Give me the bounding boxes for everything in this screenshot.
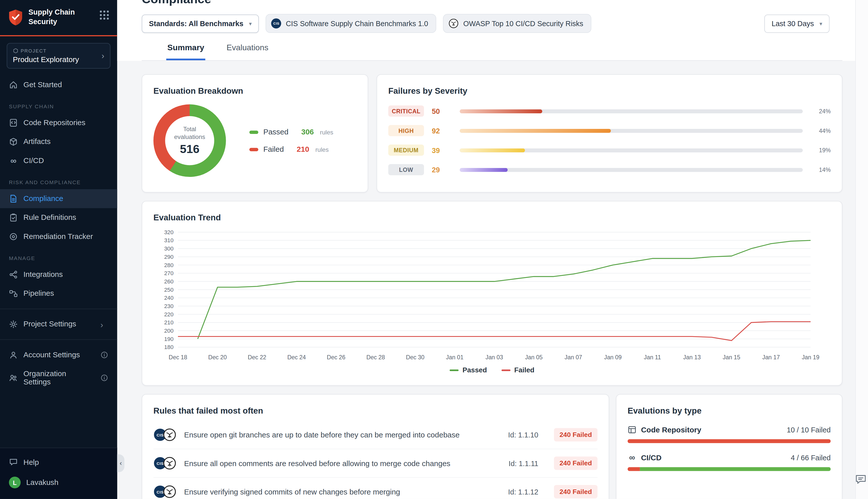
svg-text:250: 250 [164, 287, 174, 293]
cis-icon: CIS [271, 19, 281, 28]
sidebar-item-code-repositories[interactable]: Code Repositories [0, 113, 117, 132]
failed-count-badge: 240 Failed [554, 428, 597, 441]
scrollbar-gutter[interactable] [855, 0, 868, 499]
chevron-right-icon: › [100, 320, 108, 328]
date-range-dropdown[interactable]: Last 30 Days ▾ [764, 14, 830, 33]
failed-swatch [249, 148, 258, 151]
shield-logo-icon [8, 9, 23, 26]
sidebar: Supply Chain Security PROJECT Product Ex… [0, 0, 117, 499]
severity-percent: 19% [813, 147, 831, 154]
filter-chip-owasp[interactable]: OWASP Top 10 CI/CD Security Risks [443, 14, 592, 33]
sidebar-item-user[interactable]: L Lavakush [0, 472, 117, 494]
failures-by-severity-card: Failures by Severity CRITICAL 50 24% HIG… [376, 74, 842, 193]
sidebar-bottom: Help L Lavakush [0, 448, 117, 499]
sidebar-item-cicd[interactable]: ∞ CI/CD [0, 151, 117, 170]
severity-row-high: HIGH 92 44% [388, 125, 831, 136]
svg-text:Dec 22: Dec 22 [248, 354, 266, 361]
owasp-icon [163, 485, 176, 498]
evaluation-donut-chart: Total evaluations 516 [153, 104, 226, 177]
failed-count-badge: 240 Failed [554, 457, 597, 470]
rule-row[interactable]: CIS Ensure open git branches are up to d… [153, 421, 597, 449]
svg-text:Dec 24: Dec 24 [287, 354, 306, 361]
svg-text:Jan 15: Jan 15 [723, 354, 741, 361]
svg-text:320: 320 [164, 229, 174, 235]
sidebar-item-compliance[interactable]: Compliance [0, 189, 117, 208]
owasp-icon [163, 457, 176, 470]
project-selector[interactable]: PROJECT Product Exploratory › [7, 43, 111, 69]
sidebar-item-rule-definitions[interactable]: Rule Definitions [0, 208, 117, 227]
sidebar-item-get-started[interactable]: Get Started [0, 75, 117, 94]
svg-text:260: 260 [164, 278, 174, 285]
severity-badge: CRITICAL [388, 106, 424, 117]
sidebar-item-remediation-tracker[interactable]: Remediation Tracker [0, 227, 117, 246]
rule-row[interactable]: CIS Ensure all open comments are resolve… [153, 449, 597, 477]
info-icon[interactable] [100, 374, 108, 382]
svg-text:Jan 07: Jan 07 [565, 354, 582, 361]
severity-badge: HIGH [388, 125, 424, 136]
severity-row-low: LOW 29 14% [388, 164, 831, 175]
main-area: Compliance Standards: All Benchmarks ▾ C… [117, 0, 868, 499]
evaluation-breakdown-card: Evaluation Breakdown Total evaluations 5… [142, 74, 368, 193]
evaluation-trend-chart: 1801902002102202302402502602702802903003… [153, 227, 819, 364]
failed-line-swatch [501, 369, 510, 371]
repository-icon [9, 118, 18, 127]
svg-text:Jan 13: Jan 13 [683, 354, 701, 361]
sidebar-item-account-settings[interactable]: Account Settings [0, 345, 117, 364]
svg-text:Dec 18: Dec 18 [169, 354, 187, 361]
section-label-risk-compliance: RISK AND COMPLIANCE [0, 170, 117, 189]
sidebar-collapse-handle[interactable]: ‹ [117, 454, 124, 472]
divider [0, 308, 117, 309]
severity-count: 92 [432, 126, 457, 135]
sidebar-item-project-settings[interactable]: Project Settings › [0, 315, 117, 334]
card-title: Evaluation Breakdown [153, 86, 357, 96]
card-title: Evalutions by type [628, 406, 831, 415]
legend-item-passed: Passed 306 rules [249, 128, 333, 136]
project-label: PROJECT [21, 48, 47, 53]
filter-chip-cis[interactable]: CIS CIS Software Supply Chain Benchmarks… [266, 14, 436, 33]
svg-text:Jan 17: Jan 17 [762, 354, 780, 361]
svg-text:Jan 09: Jan 09 [604, 354, 622, 361]
integrations-icon [9, 270, 18, 279]
help-chat-icon [9, 458, 18, 466]
filter-bar: Standards: All Benchmarks ▾ CIS CIS Soft… [142, 14, 842, 33]
legend-item-failed: Failed [501, 366, 534, 374]
sidebar-item-organization-settings[interactable]: Organization Settings [0, 364, 117, 391]
type-row-cicd: ∞ CI/CD 4 / 66 Failed [628, 453, 831, 471]
section-label-manage: MANAGE [0, 246, 117, 265]
type-value: 10 / 10 Failed [786, 426, 831, 434]
svg-text:200: 200 [164, 328, 174, 334]
tab-summary[interactable]: Summary [166, 43, 206, 60]
failed-value: 210 [297, 145, 309, 154]
chevron-down-icon: ▾ [819, 20, 822, 26]
sidebar-item-artifacts[interactable]: Artifacts [0, 132, 117, 151]
rule-row[interactable]: CIS Ensure verifying signed commits of n… [153, 477, 597, 499]
sidebar-item-pipelines[interactable]: Pipelines [0, 284, 117, 303]
code-repository-icon [628, 425, 637, 435]
severity-badge: MEDIUM [388, 145, 424, 156]
gear-icon [9, 320, 18, 329]
chevron-left-icon: ‹ [120, 459, 122, 467]
user-avatar: L [9, 477, 21, 488]
svg-text:Jan 01: Jan 01 [446, 354, 464, 361]
infinity-icon: ∞ [628, 453, 637, 462]
svg-text:Jan 11: Jan 11 [644, 354, 661, 361]
passed-value: 306 [301, 128, 314, 136]
passed-swatch [249, 130, 258, 134]
section-label-supply-chain: SUPPLY CHAIN [0, 94, 117, 113]
organization-icon [9, 373, 18, 382]
rule-text: Ensure all open comments are resolved be… [184, 459, 501, 467]
chevron-down-icon: ▾ [249, 20, 252, 26]
standards-dropdown[interactable]: Standards: All Benchmarks ▾ [142, 14, 259, 33]
severity-percent: 44% [813, 127, 831, 134]
info-icon[interactable] [100, 351, 108, 359]
sidebar-item-integrations[interactable]: Integrations [0, 265, 117, 284]
apps-grid-icon[interactable] [99, 10, 109, 20]
tab-bar: Summary Evaluations [142, 33, 842, 61]
svg-text:280: 280 [164, 262, 174, 268]
rule-text: Ensure verifying signed commits of new c… [184, 487, 500, 496]
tab-evaluations[interactable]: Evaluations [225, 43, 270, 60]
legend-item-failed: Failed 210 rules [249, 145, 333, 154]
sidebar-item-help[interactable]: Help [0, 452, 117, 472]
account-icon [9, 350, 18, 359]
chat-widget-button[interactable] [855, 473, 867, 486]
